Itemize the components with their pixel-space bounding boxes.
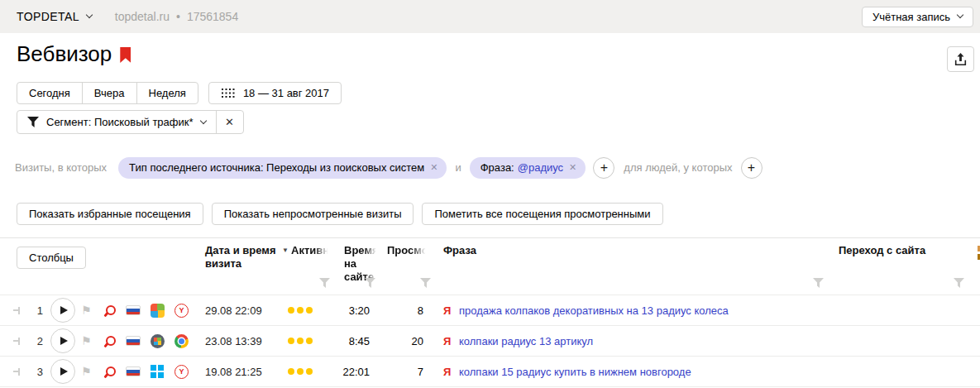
bookmark-icon[interactable] <box>120 47 131 63</box>
yandex-browser-icon: Y <box>174 357 189 386</box>
filter-funnel-icon[interactable] <box>319 278 330 288</box>
chip-source-text: Тип последнего источника: Переходы из по… <box>129 161 424 174</box>
filter-funnel-icon[interactable] <box>420 278 431 288</box>
dot-separator: • <box>176 10 180 23</box>
play-visit-button[interactable] <box>50 357 75 386</box>
for-people-label: для людей, у которых <box>624 161 732 174</box>
period-yesterday-button[interactable]: Вчера <box>82 82 137 104</box>
windows-os-icon <box>151 326 165 356</box>
add-people-condition-button[interactable]: + <box>741 157 762 179</box>
row-number: 1 <box>30 295 43 325</box>
flag-icon[interactable]: ⚑ <box>81 295 92 325</box>
search-phrase-link[interactable]: колпаки радиус 13 артикул <box>459 326 593 356</box>
filter-funnel-icon[interactable] <box>365 278 375 288</box>
chip-phrase-value[interactable]: @радиус <box>518 161 563 174</box>
conditions-row: Визиты, в которых Тип последнего источни… <box>15 156 762 179</box>
site-domain: topdetal.ru <box>115 10 170 23</box>
time-on-site: 3:20 <box>331 295 370 325</box>
export-button[interactable] <box>947 46 974 72</box>
pin-icon[interactable] <box>13 326 20 356</box>
period-week-button[interactable]: Неделя <box>136 82 198 104</box>
condition-chip-source[interactable]: Тип последнего источника: Переходы из по… <box>118 157 447 179</box>
column-header-datetime[interactable]: Дата и время визита <box>205 244 281 271</box>
pin-icon[interactable] <box>13 357 20 386</box>
visit-datetime: 19.08 21:25 <box>205 357 262 386</box>
search-source-icon <box>106 295 116 325</box>
windows10-os-icon <box>151 357 164 386</box>
chrome-browser-icon <box>174 326 189 356</box>
yandex-favicon: Я <box>443 295 451 325</box>
views-count: 7 <box>395 357 423 386</box>
account-menu-button[interactable]: Учётная запись <box>862 7 973 27</box>
segment-control: Сегмент: Поисковый трафик* ✕ <box>17 110 244 134</box>
table-row: 3 ⚑ Y 19.08 21:25 22:01 7 Я колпаки 15 р… <box>0 357 980 387</box>
column-header-referrer[interactable]: Переход с сайта <box>839 244 925 257</box>
play-icon <box>60 337 68 345</box>
play-visit-button[interactable] <box>50 326 75 356</box>
condition-chip-phrase[interactable]: Фраза: @радиус ✕ <box>470 157 586 179</box>
windows7-os-icon <box>151 295 165 325</box>
views-count: 20 <box>395 326 423 356</box>
flag-icon[interactable]: ⚑ <box>81 326 92 356</box>
table-row: 1 ⚑ Y 29.08 22:09 3:20 8 Я продажа колпа… <box>0 295 980 326</box>
and-label: и <box>455 161 461 174</box>
sort-desc-icon[interactable]: ▼ <box>282 247 289 254</box>
chevron-down-icon <box>86 12 93 18</box>
page-title-text: Вебвизор <box>17 41 112 67</box>
pin-icon[interactable] <box>13 295 20 325</box>
visit-datetime: 23.08 13:39 <box>205 326 262 356</box>
row-number: 3 <box>30 357 43 386</box>
chip-phrase-label: Фраза: <box>480 161 514 174</box>
columns-button[interactable]: Столбцы <box>17 247 86 269</box>
period-today-button[interactable]: Сегодня <box>17 82 83 104</box>
calendar-grid-icon <box>221 89 235 98</box>
table-row: 2 ⚑ 23.08 13:39 8:45 20 Я колпаки радиус… <box>0 326 980 357</box>
column-header-views[interactable]: Просмотры <box>387 244 427 257</box>
date-range-button[interactable]: 18 — 31 авг 2017 <box>208 82 342 104</box>
mark-all-viewed-button[interactable]: Пометить все посещения просмотренными <box>422 203 662 225</box>
close-icon[interactable]: ✕ <box>430 162 437 173</box>
russia-flag-icon <box>126 326 141 356</box>
filter-funnel-icon <box>27 117 39 127</box>
flag-icon[interactable]: ⚑ <box>81 357 92 386</box>
visits-in-which-label: Визиты, в которых <box>15 161 107 174</box>
yandex-favicon: Я <box>443 357 451 386</box>
close-icon[interactable]: ✕ <box>569 162 576 173</box>
activity-dots <box>288 326 313 356</box>
search-phrase-link[interactable]: продажа колпаков декоративных на 13 ради… <box>459 295 729 325</box>
search-phrase-link[interactable]: колпаки 15 радиус купить в нижнем новгор… <box>459 357 691 386</box>
russia-flag-icon <box>126 357 141 386</box>
filter-funnel-icon[interactable] <box>954 278 964 288</box>
plus-icon: + <box>600 160 608 175</box>
column-header-activity[interactable]: Активность <box>291 244 329 257</box>
plus-icon: + <box>748 160 755 175</box>
show-unviewed-visits-button[interactable]: Показать непросмотренные визиты <box>212 203 414 225</box>
date-range-label: 18 — 31 авг 2017 <box>243 87 329 99</box>
top-bar: TOPDETAL topdetal.ru • 17561854 Учётная … <box>0 0 980 33</box>
filter-funnel-icon[interactable] <box>813 278 824 288</box>
views-count: 8 <box>395 295 423 325</box>
segment-button[interactable]: Сегмент: Поисковый трафик* <box>17 111 216 133</box>
activity-dots <box>288 357 313 386</box>
period-presets: Сегодня Вчера Неделя <box>17 82 198 104</box>
search-source-icon <box>106 357 116 386</box>
close-icon: ✕ <box>225 116 234 128</box>
play-icon <box>60 306 68 314</box>
counter-switcher[interactable]: TOPDETAL <box>17 10 92 23</box>
segment-label: Сегмент: Поисковый трафик* <box>46 116 194 128</box>
table-header: Столбцы Дата и время визита ▼ Активность… <box>0 237 980 295</box>
segment-close-button[interactable]: ✕ <box>216 111 243 133</box>
show-favorite-visits-button[interactable]: Показать избранные посещения <box>17 203 203 225</box>
export-icon <box>954 53 967 66</box>
play-icon <box>60 367 68 376</box>
account-label: Учётная запись <box>872 11 950 23</box>
play-visit-button[interactable] <box>50 295 75 325</box>
webvisor-screen: TOPDETAL topdetal.ru • 17561854 Учётная … <box>0 0 980 388</box>
russia-flag-icon <box>126 295 141 325</box>
counter-name: TOPDETAL <box>17 10 79 23</box>
yandex-browser-icon: Y <box>174 295 189 325</box>
add-visit-condition-button[interactable]: + <box>593 157 614 179</box>
column-header-phrase[interactable]: Фраза <box>443 244 476 257</box>
period-row: Сегодня Вчера Неделя 18 — 31 авг 2017 <box>17 82 342 104</box>
counter-meta: topdetal.ru • 17561854 <box>115 10 238 23</box>
